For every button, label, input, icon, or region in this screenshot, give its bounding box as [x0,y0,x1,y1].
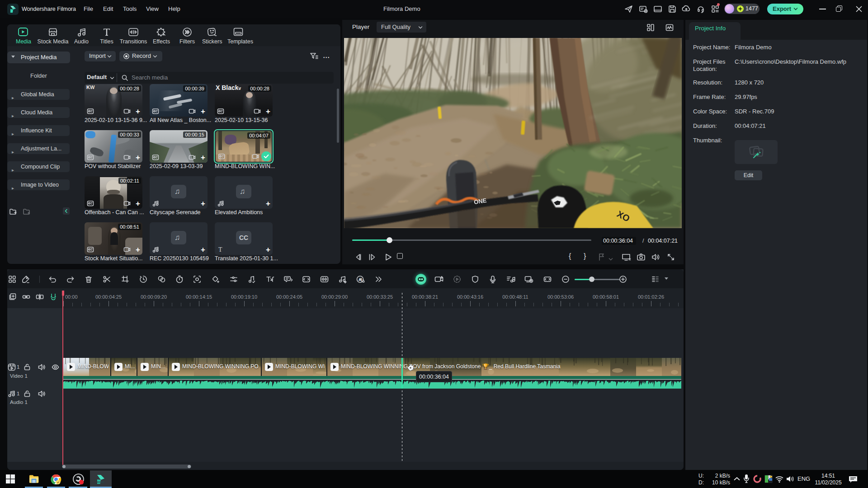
svg-text:AI: AI [359,278,362,281]
